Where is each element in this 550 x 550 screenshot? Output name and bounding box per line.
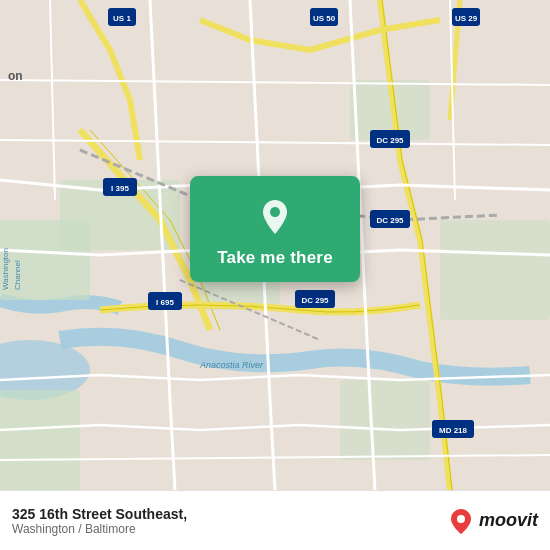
svg-text:Channel: Channel (13, 260, 22, 290)
svg-point-33 (457, 515, 465, 523)
svg-text:US 1: US 1 (113, 14, 131, 23)
svg-text:Anacostia River: Anacostia River (199, 360, 264, 370)
svg-text:DC 295: DC 295 (376, 136, 404, 145)
moovit-logo-icon (447, 507, 475, 535)
svg-rect-6 (440, 220, 550, 320)
moovit-logo: moovit (447, 507, 538, 535)
svg-rect-7 (0, 390, 80, 490)
moovit-brand-text: moovit (479, 510, 538, 531)
svg-text:I 395: I 395 (111, 184, 129, 193)
svg-text:US 29: US 29 (455, 14, 478, 23)
address-line2: Washington / Baltimore (12, 522, 447, 536)
svg-text:I 695: I 695 (156, 298, 174, 307)
bottom-bar: 325 16th Street Southeast, Washington / … (0, 490, 550, 550)
svg-text:DC 295: DC 295 (376, 216, 404, 225)
address-section: 325 16th Street Southeast, Washington / … (12, 506, 447, 536)
take-me-there-button[interactable]: Take me there (217, 248, 333, 268)
map-popup[interactable]: Take me there (190, 176, 360, 282)
map-container: US 29 US 50 US 1 I 395 I 695 DC 295 DC 2… (0, 0, 550, 490)
svg-point-32 (270, 207, 280, 217)
svg-text:MD 218: MD 218 (439, 426, 468, 435)
svg-text:on: on (8, 69, 23, 83)
svg-text:US 50: US 50 (313, 14, 336, 23)
location-pin-icon (253, 194, 297, 238)
svg-text:Washington: Washington (1, 248, 10, 290)
svg-rect-8 (340, 380, 430, 460)
svg-text:DC 295: DC 295 (301, 296, 329, 305)
address-line1: 325 16th Street Southeast, (12, 506, 447, 522)
